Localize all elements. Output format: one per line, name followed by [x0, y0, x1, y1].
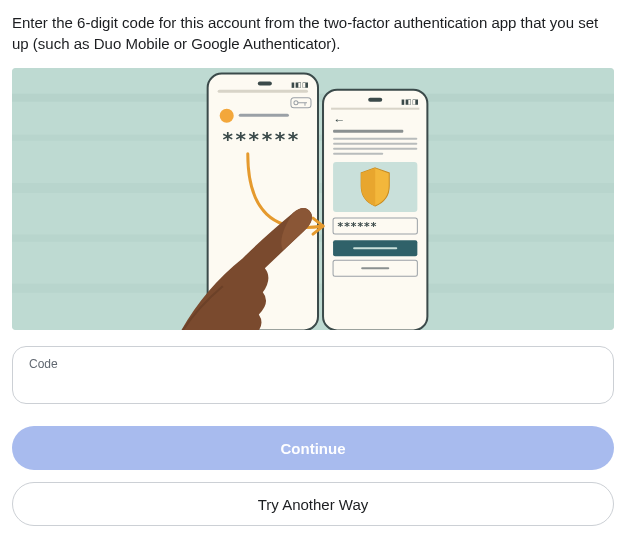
svg-rect-32 [361, 267, 389, 269]
svg-text:←: ← [333, 113, 345, 127]
try-another-way-button[interactable]: Try Another Way [12, 482, 614, 526]
svg-text:▮◧◨: ▮◧◨ [291, 81, 309, 88]
svg-rect-20 [331, 108, 419, 110]
svg-rect-23 [333, 138, 417, 140]
svg-rect-19 [368, 98, 382, 102]
svg-rect-10 [218, 90, 308, 93]
svg-rect-26 [333, 153, 383, 155]
svg-rect-16 [239, 114, 289, 117]
svg-rect-30 [353, 247, 397, 249]
svg-rect-24 [333, 143, 417, 145]
svg-rect-25 [333, 148, 417, 150]
code-input[interactable] [29, 373, 597, 395]
code-input-container[interactable]: Code [12, 346, 614, 404]
svg-point-15 [220, 109, 234, 123]
source-code-masked: ****** [222, 127, 300, 151]
continue-button[interactable]: Continue [12, 426, 614, 470]
instruction-text: Enter the 6-digit code for this account … [12, 12, 614, 54]
svg-rect-8 [258, 82, 272, 86]
code-input-label: Code [29, 357, 597, 371]
dest-code-masked: ****** [337, 220, 377, 233]
svg-rect-22 [333, 130, 403, 133]
svg-text:▮◧◨: ▮◧◨ [401, 98, 419, 105]
2fa-illustration: ▮◧◨ ****** ▮◧◨ ← [12, 68, 614, 330]
